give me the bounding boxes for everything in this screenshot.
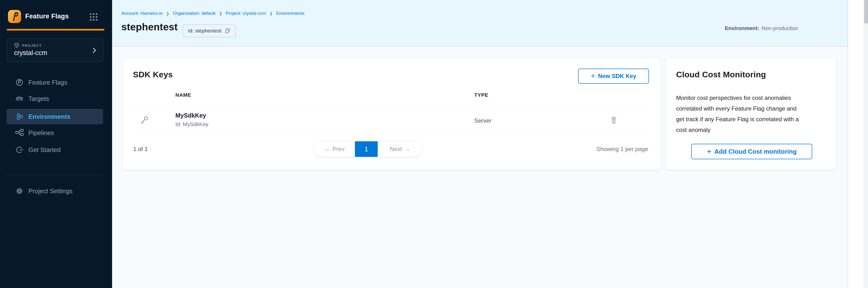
sidebar-item-project-settings[interactable]: Project Settings: [6, 183, 103, 199]
environment-id-text: Id: stephentest: [188, 28, 221, 34]
cloud-cost-description: Monitor cost perspectives for cost anoma…: [676, 93, 799, 135]
main-content: SDK Keys + New SDK Key NAME TYPE MySdkKe…: [112, 46, 848, 288]
sdk-key-name: MySdkKey: [176, 112, 206, 119]
hexagons-icon: [14, 112, 24, 122]
scrollbar-thumb[interactable]: [864, 0, 868, 23]
environment-meta: Environment:Non-production: [725, 25, 798, 32]
breadcrumb-separator-icon: ❯: [270, 11, 273, 16]
arrow-right-icon: →: [404, 146, 410, 153]
pagination-per-page-label: Showing 1 per page: [596, 141, 648, 157]
key-icon: [140, 115, 149, 125]
pagination-page-info: 1 of 1: [133, 141, 148, 157]
column-header-type: TYPE: [474, 92, 488, 98]
sdk-key-type: Server: [474, 117, 492, 124]
sidebar-item-label: Get Started: [28, 146, 61, 154]
sidebar-item-environments[interactable]: Environments: [6, 109, 103, 124]
sidebar-item-label: Targets: [28, 95, 49, 102]
module-switcher-grid-icon[interactable]: [89, 12, 98, 22]
gear-icon: [14, 186, 24, 196]
column-header-name: NAME: [176, 92, 191, 98]
breadcrumb-account-link[interactable]: Account: Harness.io: [121, 11, 162, 16]
module-accent-bar: [7, 29, 104, 31]
sidebar-item-label: Environments: [28, 113, 70, 121]
current-page-button[interactable]: 1: [355, 141, 378, 157]
breadcrumb-project-link[interactable]: Project: crystal-ccm: [226, 11, 266, 16]
feature-flags-logo-icon: [8, 10, 21, 23]
people-icon: [14, 94, 24, 103]
page-title: stephentest: [121, 21, 178, 33]
next-page-button[interactable]: Next →: [378, 141, 422, 157]
cube-icon: [14, 42, 20, 49]
sidebar: Feature Flags PROJECT crystal-ccm: [0, 0, 112, 288]
delete-sdk-key-icon[interactable]: [609, 116, 618, 125]
table-row-divider: [133, 133, 650, 133]
project-name: crystal-ccm: [14, 49, 47, 57]
get-started-icon: [14, 145, 24, 155]
chevron-right-icon: [92, 47, 97, 54]
cloud-cost-title: Cloud Cost Monitoring: [676, 70, 766, 79]
environment-type-value: Non-production: [762, 25, 798, 31]
sidebar-divider: [6, 174, 103, 174]
sidebar-item-targets[interactable]: Targets: [6, 91, 103, 106]
breadcrumb: Account: Harness.io ❯ Organization: defa…: [121, 11, 305, 16]
scrollbar[interactable]: [864, 0, 868, 288]
sidebar-item-get-started[interactable]: Get Started: [6, 142, 103, 158]
cloud-cost-monitoring-card: Cloud Cost Monitoring Monitor cost persp…: [666, 58, 836, 170]
sidebar-item-pipelines[interactable]: Pipelines: [6, 125, 103, 140]
new-sdk-key-button[interactable]: + New SDK Key: [578, 69, 649, 84]
project-selector[interactable]: PROJECT crystal-ccm: [6, 38, 103, 62]
add-cloud-cost-button[interactable]: + Add Cloud Cost monitoring: [691, 144, 812, 159]
plus-icon: +: [707, 148, 711, 155]
copy-icon[interactable]: [224, 28, 231, 34]
sidebar-item-label: Pipelines: [28, 129, 54, 137]
breadcrumb-separator-icon: ❯: [219, 11, 222, 16]
module-title: Feature Flags: [25, 12, 69, 20]
sidebar-item-label: Project Settings: [28, 187, 72, 195]
breadcrumb-organization-link[interactable]: Organization: default: [173, 11, 215, 16]
sdk-keys-card: SDK Keys + New SDK Key NAME TYPE MySdkKe…: [123, 58, 660, 170]
project-label: PROJECT: [22, 44, 42, 47]
arrow-left-icon: ←: [324, 146, 330, 153]
environment-id-badge: Id: stephentest: [183, 24, 236, 37]
sdk-key-id: Id: MySdkKey: [176, 121, 208, 128]
breadcrumb-separator-icon: ❯: [166, 11, 169, 16]
sidebar-item-feature-flags[interactable]: Feature Flags: [6, 75, 103, 90]
sdk-keys-title: SDK Keys: [133, 70, 173, 79]
pipeline-icon: [14, 128, 24, 138]
plus-icon: +: [591, 72, 595, 80]
app-right-border: [848, 0, 848, 288]
prev-page-button[interactable]: ← Prev: [314, 141, 355, 157]
flag-circle-icon: [14, 77, 24, 87]
breadcrumb-environments-link[interactable]: Environments: [276, 11, 305, 16]
pagination: ← Prev 1 Next →: [314, 141, 423, 157]
sidebar-item-label: Feature Flags: [28, 79, 67, 86]
environment-label: Environment:: [725, 25, 759, 31]
page-header: Account: Harness.io ❯ Organization: defa…: [112, 0, 848, 46]
